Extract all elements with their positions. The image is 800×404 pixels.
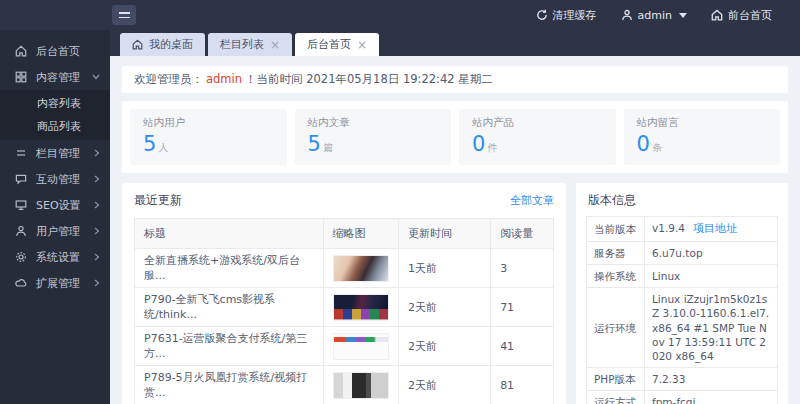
update-time: 2天前 bbox=[398, 327, 490, 366]
user-icon bbox=[621, 9, 633, 21]
sidebar-toggle-button[interactable] bbox=[112, 5, 136, 25]
stats-panel: 站内用户 5人 站内文章 5篇 站内产品 0件 站内留言 0条 bbox=[122, 101, 788, 173]
sidebar-item-admin-home[interactable]: 后台首页 bbox=[0, 38, 110, 64]
tab-admin-home[interactable]: 后台首页 × bbox=[295, 33, 379, 56]
version-value: fpm-fcgi bbox=[645, 391, 778, 404]
version-label: 当前版本 bbox=[587, 217, 645, 242]
home-icon bbox=[15, 45, 27, 57]
update-time: 1天前 bbox=[398, 249, 490, 288]
admin-menu[interactable]: admin bbox=[621, 9, 687, 22]
column-header-thumbnail: 缩略图 bbox=[323, 219, 398, 249]
table-row: PHP版本 7.2.33 bbox=[587, 368, 778, 391]
main-row: 最近更新 全部文章 标题 缩略图 更新时间 阅读量 bbox=[122, 183, 788, 404]
article-title[interactable]: P789-5月火凤凰打赏系统/视频打赏... bbox=[135, 366, 324, 404]
sidebar-item-label: 栏目管理 bbox=[36, 146, 80, 161]
version-label: 服务器 bbox=[587, 241, 645, 264]
sidebar-item-label: 互动管理 bbox=[36, 172, 80, 187]
front-home-label: 前台首页 bbox=[728, 8, 772, 23]
read-count: 71 bbox=[491, 288, 554, 327]
chevron-right-icon bbox=[94, 149, 100, 157]
table-row: P790-全新飞飞cms影视系统/think... 2天前 71 bbox=[135, 288, 554, 327]
welcome-prefix: 欢迎管理员： bbox=[134, 72, 203, 86]
top-bar: 清理缓存 admin 前台首页 bbox=[0, 0, 800, 30]
table-row: 运行方式 fpm-fcgi bbox=[587, 391, 778, 404]
all-articles-link[interactable]: 全部文章 bbox=[510, 193, 554, 208]
stat-label: 站内留言 bbox=[637, 116, 768, 130]
stat-unit: 件 bbox=[487, 142, 497, 153]
sidebar-item-label: 扩展管理 bbox=[36, 276, 80, 291]
gear-icon bbox=[15, 251, 27, 263]
version-label: PHP版本 bbox=[587, 368, 645, 391]
front-home-button[interactable]: 前台首页 bbox=[711, 8, 772, 23]
article-title[interactable]: 全新直播系统+游戏系统/双后台服... bbox=[135, 249, 324, 288]
home-icon bbox=[132, 39, 143, 50]
close-icon[interactable]: × bbox=[270, 39, 280, 51]
sidebar-item-label: 系统设置 bbox=[36, 250, 80, 265]
panel-title: 版本信息 bbox=[588, 192, 636, 209]
tab-my-desktop[interactable]: 我的桌面 bbox=[120, 33, 205, 56]
sidebar-item-seo-settings[interactable]: SEO设置 bbox=[0, 192, 110, 218]
sidebar-item-user-mgmt[interactable]: 用户管理 bbox=[0, 218, 110, 244]
column-header-updated: 更新时间 bbox=[398, 219, 490, 249]
tab-label: 我的桌面 bbox=[149, 37, 193, 52]
stat-label: 站内用户 bbox=[143, 116, 274, 130]
tab-column-list[interactable]: 栏目列表 × bbox=[208, 33, 292, 56]
stat-label: 站内产品 bbox=[472, 116, 603, 130]
chevron-right-icon bbox=[94, 201, 100, 209]
version-value: Linux iZzujr1m5k0z1sZ 3.10.0-1160.6.1.el… bbox=[645, 288, 778, 368]
sidebar: 后台首页 内容管理 内容列表 商品列表 栏目管理 bbox=[0, 30, 110, 404]
admin-username: admin bbox=[638, 9, 672, 22]
clear-cache-button[interactable]: 清理缓存 bbox=[536, 8, 597, 23]
thumbnail-image bbox=[333, 255, 389, 282]
stat-unit: 人 bbox=[158, 142, 168, 153]
welcome-banner: 欢迎管理员：admin！当前时间 2021年05月18日 19:22:42 星期… bbox=[122, 66, 788, 93]
version-label: 运行方式 bbox=[587, 391, 645, 404]
recent-updates-table: 标题 缩略图 更新时间 阅读量 全新直播系统+游戏系统/双后台服... bbox=[134, 218, 554, 404]
user-icon bbox=[15, 225, 27, 237]
sidebar-item-label: 后台首页 bbox=[36, 44, 80, 59]
clear-cache-label: 清理缓存 bbox=[553, 8, 597, 23]
update-time: 2天前 bbox=[398, 288, 490, 327]
stat-value: 0 bbox=[637, 132, 650, 156]
table-row: 操作系统 Linux bbox=[587, 265, 778, 288]
sidebar-item-label: 用户管理 bbox=[36, 224, 80, 239]
main-area: 我的桌面 栏目列表 × 后台首页 × 欢迎管理员：admin！当前时间 2021… bbox=[110, 30, 800, 404]
chevron-down-icon bbox=[92, 74, 100, 80]
stat-card-users: 站内用户 5人 bbox=[130, 109, 287, 165]
sidebar-item-extension-mgmt[interactable]: 扩展管理 bbox=[0, 270, 110, 296]
welcome-suffix: ！当前时间 2021年05月18日 19:22:42 星期二 bbox=[245, 72, 493, 86]
stat-value: 5 bbox=[308, 132, 321, 156]
grid-icon bbox=[15, 71, 27, 83]
table-header-row: 标题 缩略图 更新时间 阅读量 bbox=[135, 219, 554, 249]
content-area: 欢迎管理员：admin！当前时间 2021年05月18日 19:22:42 星期… bbox=[110, 56, 800, 404]
sidebar-item-product-list[interactable]: 商品列表 bbox=[0, 115, 110, 138]
table-row: 当前版本 v1.9.4项目地址 bbox=[587, 217, 778, 242]
article-title[interactable]: P7631-运营版聚合支付系统/第三方... bbox=[135, 327, 324, 366]
sidebar-item-system-settings[interactable]: 系统设置 bbox=[0, 244, 110, 270]
article-title[interactable]: P790-全新飞飞cms影视系统/think... bbox=[135, 288, 324, 327]
topbar-actions: 清理缓存 admin 前台首页 bbox=[536, 8, 800, 23]
sidebar-item-content-list[interactable]: 内容列表 bbox=[0, 92, 110, 115]
version-info-panel: 版本信息 当前版本 v1.9.4项目地址 bbox=[576, 183, 788, 404]
stat-value: 0 bbox=[472, 132, 485, 156]
version-label: 操作系统 bbox=[587, 265, 645, 288]
hamburger-icon bbox=[119, 12, 130, 18]
welcome-username: admin bbox=[206, 72, 242, 86]
sidebar-item-content-mgmt[interactable]: 内容管理 bbox=[0, 64, 110, 90]
close-icon[interactable]: × bbox=[357, 39, 367, 51]
recent-updates-panel: 最近更新 全部文章 标题 缩略图 更新时间 阅读量 bbox=[122, 183, 566, 404]
version-label: 运行环境 bbox=[587, 288, 645, 368]
sidebar-item-interaction-mgmt[interactable]: 互动管理 bbox=[0, 166, 110, 192]
sidebar-item-column-mgmt[interactable]: 栏目管理 bbox=[0, 140, 110, 166]
version-info-table: 当前版本 v1.9.4项目地址 服务器 6.u7u.top bbox=[586, 216, 778, 404]
thumbnail-image bbox=[333, 294, 389, 321]
sidebar-item-label: SEO设置 bbox=[36, 198, 81, 213]
column-header-title: 标题 bbox=[135, 219, 324, 249]
table-row: 服务器 6.u7u.top bbox=[587, 241, 778, 264]
project-url-link[interactable]: 项目地址 bbox=[693, 222, 737, 235]
version-value: v1.9.4 bbox=[652, 222, 685, 234]
thumbnail-image bbox=[333, 333, 389, 360]
tab-bar: 我的桌面 栏目列表 × 后台首页 × bbox=[110, 30, 800, 56]
stat-unit: 篇 bbox=[323, 142, 333, 153]
panel-title: 最近更新 bbox=[134, 192, 182, 209]
